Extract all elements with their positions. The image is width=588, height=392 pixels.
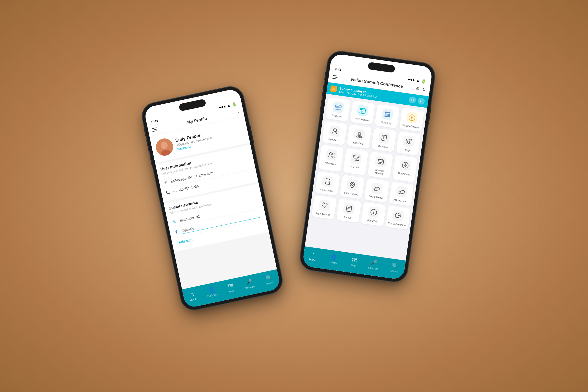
right-nav-search-label: Search	[390, 269, 398, 273]
app-business-meeting[interactable]: Business Meeting	[368, 152, 393, 179]
facebook-icon: f	[174, 229, 179, 235]
app-documents[interactable]: Documents	[315, 171, 340, 196]
business-meeting-icon	[376, 158, 385, 166]
app-activity-feed[interactable]: Activity Feed	[389, 182, 414, 206]
power-button	[250, 125, 254, 143]
right-nav-search[interactable]: 🔍 Search	[390, 262, 399, 273]
svg-line-61	[348, 207, 350, 208]
settings-icon[interactable]: ⚙	[416, 86, 420, 92]
app-sessions[interactable]: Sessions	[325, 97, 350, 122]
my-notes-label: My Notes	[378, 144, 388, 149]
menus-icon	[345, 204, 353, 213]
phone-right: 9:41 ●●● ▲ 🔋 Vision Summit Conference ⚙ …	[299, 50, 436, 283]
app-vs-site[interactable]: VS Site	[343, 148, 368, 176]
right-nav-home[interactable]: ⌂ Home	[309, 251, 317, 262]
right-nav-map-label: Map	[350, 264, 356, 267]
svg-line-39	[357, 158, 358, 158]
right-nav-exhibitors-label: Exhibitors	[328, 260, 338, 264]
right-nav-speakers-label: Speakers	[368, 266, 378, 270]
menus-icon-wrap	[343, 202, 355, 215]
svg-point-34	[329, 152, 332, 155]
map-app-label: Map	[405, 148, 410, 152]
about-vs-icon-wrap	[368, 206, 380, 218]
notification-settings-btn[interactable]: ⚙	[409, 96, 416, 104]
app-my-schedule[interactable]: My Schedule	[350, 100, 375, 125]
svg-point-56	[351, 184, 354, 186]
svg-line-54	[326, 182, 329, 182]
speakers-app-icon	[331, 127, 339, 135]
svg-line-53	[326, 181, 329, 181]
right-header-actions: ⚙ ↻	[416, 86, 426, 92]
my-favorites-icon	[320, 201, 328, 210]
attendees-icon-wrap	[325, 149, 338, 161]
my-favorites-label: My Favorites	[316, 212, 330, 216]
svg-line-31	[383, 139, 384, 139]
volume-down-button	[150, 155, 153, 167]
notification-alert-icon: ⚠	[330, 85, 337, 92]
map-app-icon	[404, 137, 413, 146]
right-signal-icon: ●●●	[408, 77, 415, 82]
svg-rect-36	[353, 156, 360, 161]
svg-rect-5	[336, 106, 339, 108]
hamburger-menu-icon[interactable]	[152, 128, 157, 132]
svg-line-30	[383, 138, 386, 138]
app-my-favorites[interactable]: My Favorites	[312, 195, 337, 220]
app-exhibitors[interactable]: Exhibitors	[347, 124, 372, 149]
right-nav-map[interactable]: 🗺 Map	[350, 257, 357, 267]
nav-home[interactable]: ⌂ Home	[188, 290, 196, 301]
notification-close-btn[interactable]: ↻	[417, 97, 425, 105]
right-silent-button	[324, 72, 326, 80]
svg-point-57	[376, 188, 376, 189]
app-schedule[interactable]: Schedule	[374, 104, 400, 128]
app-social-media[interactable]: Social Media	[364, 178, 389, 202]
refresh-icon[interactable]: ↻	[422, 87, 426, 92]
nav-search[interactable]: 🔍 Search	[264, 274, 274, 285]
svg-line-50	[379, 163, 381, 164]
phones-container: 9:41 ●●● ▲ 🔋 My Profile ↑	[147, 37, 441, 355]
notification-actions: ⚙ ↻	[409, 96, 425, 105]
app-speakers[interactable]: Speakers	[322, 121, 347, 145]
right-nav-exhibitors[interactable]: 👤 Exhibitors	[328, 254, 340, 265]
svg-line-10	[364, 108, 364, 110]
nav-speakers[interactable]: 🎤 Speakers	[244, 278, 256, 290]
exit-event-list-label: Exit to Event List	[388, 222, 406, 227]
app-my-notes[interactable]: My Notes	[371, 128, 396, 152]
silent-button	[144, 128, 146, 136]
app-local-places[interactable]: Local Places	[340, 175, 365, 199]
downloads-icon-wrap	[399, 159, 412, 172]
my-favorites-icon-wrap	[318, 199, 330, 212]
email-icon: ✉	[163, 180, 169, 186]
right-hamburger-icon[interactable]	[332, 75, 338, 80]
business-meeting-label: Business Meeting	[370, 168, 389, 176]
svg-marker-19	[411, 116, 414, 119]
svg-line-63	[348, 210, 349, 210]
app-whats-on-now[interactable]: What's On Now	[399, 107, 424, 132]
app-menus[interactable]: Menus	[336, 198, 362, 223]
svg-line-46	[378, 161, 384, 162]
left-phone-screen: 9:41 ●●● ▲ 🔋 My Profile ↑	[144, 88, 281, 308]
svg-line-29	[383, 137, 386, 137]
svg-line-48	[382, 159, 383, 160]
app-downloads[interactable]: Downloads	[392, 155, 418, 182]
local-places-icon	[348, 181, 356, 189]
nav-map[interactable]: 🗺 Map	[227, 282, 234, 293]
documents-label: Documents	[320, 188, 333, 192]
local-places-label: Local Places	[344, 191, 358, 196]
documents-icon	[324, 178, 332, 186]
svg-point-59	[378, 188, 378, 189]
menus-label: Menus	[344, 216, 352, 220]
battery-icon: 🔋	[232, 102, 238, 107]
app-map[interactable]: Map	[396, 131, 421, 156]
svg-line-40	[356, 159, 358, 159]
app-attendees[interactable]: Attendees	[318, 144, 344, 172]
right-phone-screen: 9:41 ●●● ▲ 🔋 Vision Summit Conference ⚙ …	[302, 53, 433, 280]
twitter-value: @sdraper_92	[179, 214, 200, 222]
nav-exhibitors[interactable]: 👤 Exhibitors	[206, 286, 218, 298]
left-scroll-content: Sally Draper sallydraper@core-apps.com E…	[150, 116, 274, 274]
app-about-vs[interactable]: About VS	[361, 202, 386, 226]
svg-line-52	[405, 164, 406, 166]
app-exit-event-list[interactable]: Exit to Event List	[386, 205, 410, 230]
social-media-icon	[373, 184, 381, 192]
right-speakers-icon: 🎤	[370, 260, 378, 267]
right-nav-speakers[interactable]: 🎤 Speakers	[368, 259, 379, 270]
